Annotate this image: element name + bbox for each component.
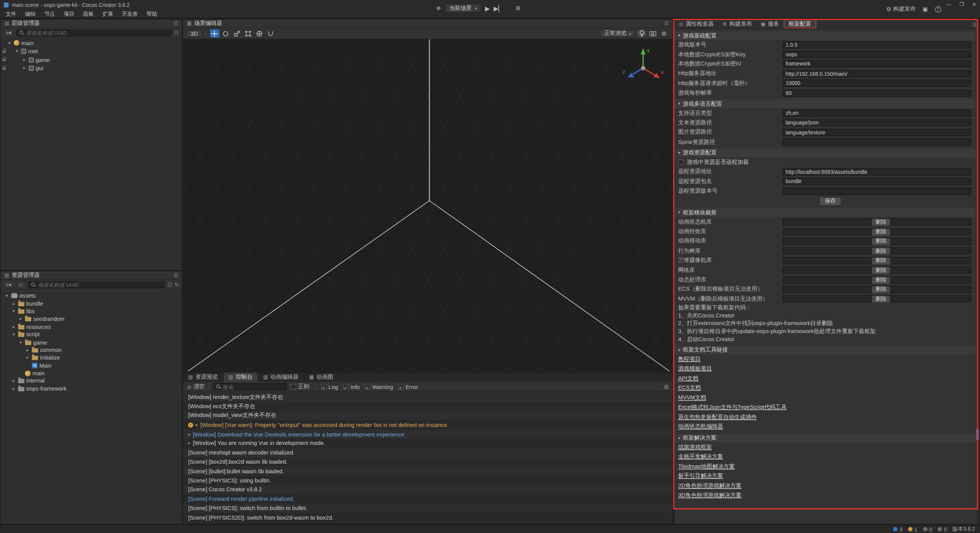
log-row[interactable]: [Window] render_texture文件夹不存在 xyxy=(183,392,672,402)
expand-arrow-icon[interactable]: ▸ xyxy=(11,301,16,306)
move-tool-icon[interactable] xyxy=(210,29,219,38)
field-input[interactable] xyxy=(782,80,971,87)
expand-arrow-icon[interactable]: ▸ xyxy=(25,348,30,353)
log-row[interactable]: [Scene] Cocos Creator v3.8.2 xyxy=(183,485,672,494)
panel-menu-icon[interactable] xyxy=(664,21,669,26)
regex-checkbox[interactable]: 正则 xyxy=(290,383,309,391)
inspector-scrollbar[interactable] xyxy=(976,29,979,523)
menu-item[interactable]: 文件 xyxy=(1,10,21,19)
expand-arrow-icon[interactable]: ▸ xyxy=(25,355,30,360)
log-row[interactable]: [Scene] [bullet]:bullet wasm lib loaded. xyxy=(183,467,672,476)
camera-settings-icon[interactable] xyxy=(648,29,657,38)
axis-gizmo[interactable]: Y X Z xyxy=(621,44,665,88)
rotate-tool-icon[interactable] xyxy=(221,29,230,38)
delete-module-button[interactable]: 删除 xyxy=(872,257,890,264)
status-count[interactable]: 0 xyxy=(938,526,947,532)
play-button[interactable]: ▶ xyxy=(485,5,490,11)
expand-arrow-icon[interactable]: ▾ xyxy=(18,340,23,345)
asset-node[interactable]: ▸ common xyxy=(1,346,182,354)
scene-gear-icon[interactable]: ⚙ xyxy=(659,29,668,38)
status-count[interactable]: 0 xyxy=(923,526,932,532)
hierarchy-node[interactable]: ▸ game xyxy=(1,56,182,64)
delete-module-button[interactable]: 删除 xyxy=(872,296,890,303)
scene-viewport[interactable]: Y X Z xyxy=(183,39,672,371)
step-button[interactable]: ▶▏ xyxy=(493,5,503,11)
inspector-tab[interactable]: ▣ 服务 xyxy=(756,20,784,28)
expand-arrow-icon[interactable]: ▸ xyxy=(11,386,16,391)
section-header-basic[interactable]: 游戏基础配置 xyxy=(675,31,976,40)
doc-link[interactable]: 游戏模板项目 xyxy=(678,365,712,371)
menu-item[interactable]: 节点 xyxy=(40,10,59,19)
menu-item[interactable]: 编辑 xyxy=(21,10,40,19)
scene-select-dropdown[interactable]: 当前场景 xyxy=(445,4,482,13)
section-header-solutions[interactable]: 框架解决方案 xyxy=(675,433,976,442)
field-input[interactable] xyxy=(782,129,971,136)
section-header-modules[interactable]: 框架模块裁剪 xyxy=(675,208,976,217)
assets-search-input[interactable] xyxy=(38,282,162,288)
field-input[interactable] xyxy=(782,168,971,176)
log-filter-checkbox[interactable]: Log xyxy=(321,384,338,390)
field-input[interactable] xyxy=(782,60,971,68)
platform-icon[interactable]: ⊕ xyxy=(436,5,441,11)
log-row[interactable]: [Scene] Forward render pipeline initiali… xyxy=(183,494,672,504)
console-tab[interactable]: ▦ 动画图 xyxy=(304,373,339,382)
menu-item[interactable]: 扩展 xyxy=(98,10,118,19)
log-row[interactable]: [Window] Download the Vue Devtools exten… xyxy=(183,430,672,439)
asset-node[interactable]: ▸ seedrandom xyxy=(1,315,182,323)
hierarchy-node[interactable]: ▾ main xyxy=(1,39,182,47)
field-input[interactable] xyxy=(782,41,971,49)
clear-console-button[interactable]: 清空 xyxy=(187,383,209,391)
console-search[interactable] xyxy=(213,383,287,390)
delete-module-button[interactable]: 删除 xyxy=(872,267,890,274)
log-expand-icon[interactable] xyxy=(188,432,190,437)
delete-module-button[interactable]: 删除 xyxy=(872,219,890,226)
solution-link[interactable]: 2D角色扮演游戏解决方案 xyxy=(678,482,742,489)
console-tab[interactable]: ▤ 资源预览 xyxy=(183,373,223,382)
console-options-icon[interactable] xyxy=(664,384,669,389)
field-input[interactable] xyxy=(782,51,971,58)
status-count[interactable]: 3 xyxy=(893,526,902,532)
asset-node[interactable]: ▸ oops-framework xyxy=(1,385,182,392)
solution-link[interactable]: Tiledmap地图解决方案 xyxy=(678,463,735,469)
log-row[interactable]: [Scene] [PHYSICS]: using builtin. xyxy=(183,476,672,485)
delete-module-button[interactable]: 删除 xyxy=(872,229,890,235)
console-tab[interactable]: ▥ 控制台 xyxy=(224,373,258,382)
help-icon[interactable]: ? xyxy=(935,6,941,12)
doc-link[interactable]: Excel格式转Json文件与TypeScript代码工具 xyxy=(678,404,786,410)
field-input[interactable] xyxy=(782,187,971,195)
console-tab[interactable]: ▧ 动画编辑器 xyxy=(258,373,304,382)
doc-link[interactable]: API文档 xyxy=(678,375,698,381)
expand-arrow-icon[interactable]: ▾ xyxy=(4,293,9,298)
solution-link[interactable]: 战旗游戏框架 xyxy=(678,443,712,450)
inspector-menu-icon[interactable] xyxy=(972,22,977,28)
menu-item[interactable]: 帮助 xyxy=(142,10,162,19)
maximize-button[interactable]: ❐ xyxy=(959,2,964,8)
asset-node[interactable]: ▸ bundle xyxy=(1,300,182,307)
solution-link[interactable]: 新手引导解决方案 xyxy=(678,473,723,479)
expand-arrow-icon[interactable]: ▸ xyxy=(11,324,16,329)
doc-link[interactable]: 教程项目 xyxy=(678,355,701,361)
log-row[interactable]: [Window] You are running Vue in developm… xyxy=(183,439,672,448)
hierarchy-node[interactable]: ▸ gui xyxy=(1,64,182,72)
log-row[interactable]: [Scene] [box2d]:box2d wasm lib loaded. xyxy=(183,457,672,466)
log-row[interactable]: [Scene] meshopt wasm decoder initialized xyxy=(183,448,672,457)
hierarchy-search-input[interactable] xyxy=(26,30,169,36)
section-header-language[interactable]: 游戏多语言配置 xyxy=(675,100,976,108)
asset-node[interactable]: main xyxy=(1,370,182,377)
asset-node[interactable]: ▸ initialize xyxy=(1,354,182,361)
delete-module-button[interactable]: 删除 xyxy=(872,276,890,283)
expand-arrow-icon[interactable]: ▾ xyxy=(7,41,12,46)
field-input[interactable] xyxy=(782,138,971,146)
hierarchy-search[interactable] xyxy=(16,29,172,36)
section-header-resources[interactable]: 游戏资源配置 xyxy=(675,149,976,157)
rect-tool-icon[interactable] xyxy=(243,29,253,38)
expand-arrow-icon[interactable]: ▾ xyxy=(15,49,20,54)
field-input[interactable] xyxy=(782,119,971,127)
doc-link[interactable]: MVVM文档 xyxy=(678,394,706,400)
asset-node[interactable]: Main xyxy=(1,362,182,370)
panel-menu-icon[interactable] xyxy=(174,21,178,26)
create-node-button[interactable]: +▾ xyxy=(4,29,13,36)
delete-module-button[interactable]: 删除 xyxy=(872,238,890,245)
close-button[interactable]: ✕ xyxy=(972,2,976,8)
delete-module-button[interactable]: 删除 xyxy=(872,248,890,255)
